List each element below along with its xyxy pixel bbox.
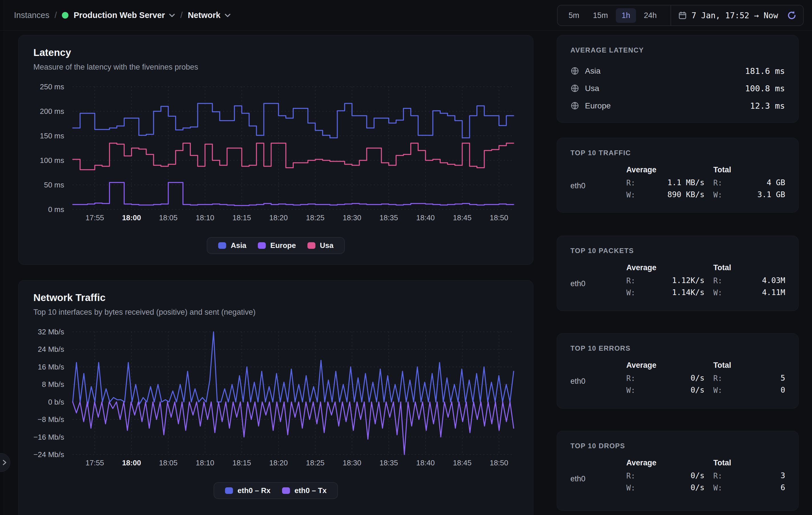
instance-status-dot	[62, 12, 68, 19]
x-tick-label: 18:30	[343, 458, 361, 467]
packets-total-read: 4.03M	[720, 276, 785, 285]
series-eth0-rx	[73, 332, 514, 406]
y-tick-label: 0 ms	[48, 205, 64, 214]
y-tick-label: 8 Mb/s	[42, 380, 64, 389]
traffic-total-write: 3.1 GB	[720, 190, 785, 199]
x-tick-label: 17:55	[86, 458, 104, 467]
range-5m-button[interactable]: 5m	[563, 8, 585, 23]
x-tick-label: 18:35	[379, 213, 398, 222]
series-europe	[73, 182, 514, 205]
traffic-avg-read: 1.1 MB/s	[633, 178, 704, 187]
topbar: Instances / Production Web Server / Netw…	[0, 0, 812, 31]
chevron-down-icon	[169, 13, 175, 18]
y-tick-label: 0 b/s	[48, 398, 64, 406]
drops-total-read: 3	[720, 471, 785, 480]
errors-avg-write: 0/s	[633, 385, 704, 394]
traffic-chart: 32 Mb/s24 Mb/s16 Mb/s8 Mb/s0 b/s−8 Mb/s−…	[24, 323, 526, 471]
x-tick-label: 18:50	[490, 458, 508, 467]
refresh-button[interactable]	[787, 10, 797, 21]
globe-icon	[571, 66, 579, 75]
latency-card: Latency Measure of the latency with the …	[18, 35, 533, 265]
x-tick-label: 18:45	[453, 213, 471, 222]
traffic-legend: eth0 – Rx eth0 – Tx	[214, 482, 338, 499]
errors-avg-read: 0/s	[633, 373, 704, 382]
legend-item-eth0-rx[interactable]: eth0 – Rx	[225, 486, 271, 495]
section-selector[interactable]: Network	[188, 10, 230, 20]
x-tick-label: 18:00	[122, 213, 141, 222]
y-tick-label: 200 ms	[40, 107, 64, 116]
avg-latency-row-asia: Asia 181.6 ms	[571, 62, 785, 80]
y-tick-label: 32 Mb/s	[38, 327, 64, 336]
refresh-icon	[787, 10, 797, 21]
x-tick-label: 18:05	[159, 213, 177, 222]
interface-name: eth0	[571, 279, 585, 288]
y-tick-label: −24 Mb/s	[33, 450, 64, 459]
series-usa	[73, 143, 514, 170]
packets-avg-read: 1.12K/s	[633, 276, 704, 285]
time-range-controls: 5m 15m 1h 24h 7 Jan, 17:52 → Now	[557, 5, 804, 26]
asia-swatch	[218, 242, 226, 249]
interface-name: eth0	[571, 181, 585, 190]
average-latency-card: AVERAGE LATENCY Asia 181.6 ms Usa 100.8 …	[557, 35, 799, 123]
x-tick-label: 18:50	[490, 213, 508, 222]
sidebar-expand-button[interactable]	[0, 453, 10, 472]
drops-total-write: 6	[720, 483, 785, 492]
legend-item-asia[interactable]: Asia	[218, 241, 246, 250]
controls-divider	[670, 5, 671, 25]
europe-swatch	[258, 242, 266, 249]
globe-icon	[571, 84, 579, 93]
eth0-tx-swatch	[282, 487, 290, 494]
date-range-value: 7 Jan, 17:52 → Now	[692, 11, 778, 20]
breadcrumb-instances-link[interactable]: Instances	[14, 10, 49, 20]
traffic-avg-write: 890 KB/s	[633, 190, 704, 199]
errors-total-write: 0	[720, 385, 785, 394]
average-latency-rows: Asia 181.6 ms Usa 100.8 ms Europe 12.3 m…	[571, 62, 785, 114]
packets-total-write: 4.11M	[720, 288, 785, 297]
y-tick-label: 50 ms	[44, 181, 64, 189]
legend-item-eth0-tx[interactable]: eth0 – Tx	[282, 486, 326, 495]
globe-icon	[571, 101, 579, 110]
latency-legend: Asia Europe Usa	[207, 237, 345, 254]
y-tick-label: 16 Mb/s	[38, 363, 64, 371]
avg-latency-row-europe: Europe 12.3 ms	[571, 97, 785, 114]
instance-name: Production Web Server	[74, 10, 165, 20]
x-tick-label: 18:10	[196, 458, 214, 467]
interface-name: eth0	[571, 475, 585, 483]
y-tick-label: 150 ms	[40, 132, 64, 140]
europe-latency-value: 12.3 ms	[750, 101, 785, 111]
breadcrumb: Instances / Production Web Server / Netw…	[14, 0, 231, 31]
x-tick-label: 18:20	[269, 458, 288, 467]
x-tick-label: 18:25	[306, 213, 325, 222]
asia-latency-value: 181.6 ms	[745, 66, 785, 76]
traffic-total-read: 4 GB	[720, 178, 785, 187]
legend-item-europe[interactable]: Europe	[258, 241, 296, 250]
y-tick-label: −8 Mb/s	[38, 415, 64, 424]
legend-item-usa[interactable]: Usa	[307, 241, 334, 250]
x-tick-label: 18:40	[416, 458, 435, 467]
drops-avg-write: 0/s	[633, 483, 704, 492]
avg-latency-row-usa: Usa 100.8 ms	[571, 80, 785, 97]
x-tick-label: 18:15	[232, 458, 251, 467]
x-tick-label: 18:05	[159, 458, 177, 467]
x-tick-label: 17:55	[86, 213, 104, 222]
latency-title: Latency	[33, 47, 71, 58]
range-24h-button[interactable]: 24h	[638, 8, 663, 23]
y-tick-label: 250 ms	[40, 82, 64, 91]
range-15m-button[interactable]: 15m	[587, 8, 614, 23]
section-name: Network	[188, 10, 220, 20]
y-tick-label: 100 ms	[40, 156, 64, 165]
x-tick-label: 18:35	[379, 458, 398, 467]
x-tick-label: 18:40	[416, 213, 435, 222]
collapsed-sidebar-strip	[0, 0, 4, 515]
y-tick-label: 24 Mb/s	[38, 345, 64, 353]
instance-selector[interactable]: Production Web Server	[74, 10, 175, 20]
traffic-title: Network Traffic	[33, 292, 106, 303]
top10-traffic-card: TOP 10 TRAFFIC Average Total eth0 R: 1.1…	[557, 138, 799, 212]
packets-avg-write: 1.14K/s	[633, 288, 704, 297]
date-range-picker[interactable]: 7 Jan, 17:52 → Now	[678, 11, 778, 20]
network-traffic-card: Network Traffic Top 10 interfaces by byt…	[18, 280, 533, 515]
top10-errors-card: TOP 10 ERRORS Average Total eth0 R: 0/s …	[557, 333, 799, 408]
usa-swatch	[307, 242, 315, 249]
breadcrumb-separator: /	[180, 10, 182, 20]
range-1h-button[interactable]: 1h	[616, 8, 636, 23]
